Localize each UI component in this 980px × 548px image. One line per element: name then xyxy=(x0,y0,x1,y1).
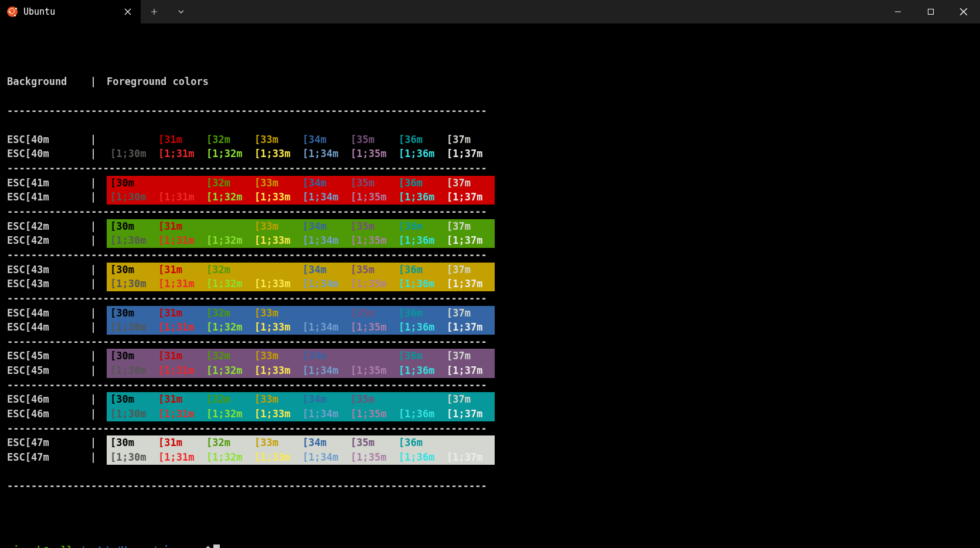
fg-sample-31: [31m xyxy=(158,219,206,234)
maximize-button[interactable] xyxy=(914,0,947,23)
bg-label: ESC[40m xyxy=(7,147,90,161)
fg-bright-sample-35: [1;35m xyxy=(351,450,399,465)
color-strip: [30m[31m[32m[33m[34m[36m[37m xyxy=(107,349,495,363)
color-row-43-bright: ESC[43m|[1;30m[1;31m[1;32m[1;33m[1;34m[1… xyxy=(7,277,973,291)
color-row-45-normal: ESC[45m|[30m[31m[32m[33m[34m[36m[37m xyxy=(7,349,973,363)
fg-bright-sample-36: [1;36m xyxy=(399,320,447,335)
divider-bottom: ----------------------------------------… xyxy=(7,479,973,493)
fg-sample-31: [31m xyxy=(158,263,206,277)
fg-bright-sample-31: [1;31m xyxy=(158,363,206,378)
fg-sample-35: [35m xyxy=(351,263,399,277)
fg-bright-sample-32: [1;32m xyxy=(206,363,254,378)
fg-bright-sample-35: [1;35m xyxy=(351,190,399,205)
prompt-user-host: cinnak@roll xyxy=(7,544,73,548)
fg-sample-33: [33m xyxy=(254,435,302,450)
bg-label: ESC[40m xyxy=(7,132,90,147)
color-row-43-normal: ESC[43m|[30m[31m[32m[34m[35m[36m[37m xyxy=(7,263,973,277)
fg-sample-37: [37m xyxy=(447,349,495,363)
color-strip: [31m[32m[33m[34m[35m[36m[37m xyxy=(107,132,495,147)
fg-bright-sample-31: [1;31m xyxy=(158,233,206,248)
color-row-46-normal: ESC[46m|[30m[31m[32m[33m[34m[35m[37m xyxy=(7,392,973,407)
fg-sample-37: [37m xyxy=(447,176,495,190)
fg-sample-35: [35m xyxy=(351,132,399,147)
shell-prompt[interactable]: cinnak@roll:/mnt/c/Users/cinnamon$ xyxy=(7,543,973,548)
bg-label: ESC[41m xyxy=(7,176,90,190)
bg-label: ESC[47m xyxy=(7,435,90,450)
fg-sample-31: [31m xyxy=(158,435,206,450)
color-row-41-normal: ESC[41m|[30m[32m[33m[34m[35m[36m[37m xyxy=(7,176,973,190)
fg-bright-sample-36: [1;36m xyxy=(399,147,447,161)
fg-bright-sample-36: [1;36m xyxy=(399,363,447,378)
fg-sample-30: [30m xyxy=(110,435,158,450)
minimize-button[interactable] xyxy=(882,0,914,23)
fg-bright-sample-30: [1;30m xyxy=(110,277,158,291)
fg-sample-36 xyxy=(399,392,447,407)
header-bg-label: Background xyxy=(7,74,90,89)
fg-sample-32 xyxy=(206,219,254,234)
color-row-46-bright: ESC[46m|[1;30m[1;31m[1;32m[1;33m[1;34m[1… xyxy=(7,407,973,421)
fg-sample-37: [37m xyxy=(447,132,495,147)
divider: ----------------------------------------… xyxy=(7,104,973,118)
fg-bright-sample-36: [1;36m xyxy=(399,450,447,465)
fg-sample-35: [35m xyxy=(351,392,399,407)
fg-bright-sample-34: [1;34m xyxy=(302,450,351,465)
fg-bright-sample-34: [1;34m xyxy=(302,147,351,161)
tab-dropdown-button[interactable] xyxy=(168,0,195,23)
fg-sample-36: [36m xyxy=(399,176,447,190)
fg-sample-34: [34m xyxy=(302,349,351,363)
divider: ----------------------------------------… xyxy=(7,205,973,219)
fg-sample-35: [35m xyxy=(351,435,399,450)
fg-sample-30: [30m xyxy=(110,306,158,321)
titlebar: Ubuntu xyxy=(0,0,980,23)
color-strip: [30m[31m[32m[33m[34m[35m[36m[37m xyxy=(107,435,495,450)
fg-bright-sample-32: [1;32m xyxy=(206,450,254,465)
fg-sample-33: [33m xyxy=(254,349,302,363)
fg-bright-sample-34: [1;34m xyxy=(302,407,351,421)
fg-bright-sample-37: [1;37m xyxy=(447,233,495,248)
color-strip: [1;30m[1;31m[1;32m[1;33m[1;34m[1;35m[1;3… xyxy=(107,233,495,248)
close-window-button[interactable] xyxy=(947,0,980,23)
fg-bright-sample-30: [1;30m xyxy=(110,147,158,161)
fg-bright-sample-35: [1;35m xyxy=(351,233,399,248)
color-strip: [1;30m[1;31m[1;32m[1;33m[1;34m[1;35m[1;3… xyxy=(107,147,495,161)
color-row-45-bright: ESC[45m|[1;30m[1;31m[1;32m[1;33m[1;34m[1… xyxy=(7,363,973,378)
bg-label: ESC[42m xyxy=(7,233,90,248)
color-row-40-normal: ESC[40m|[31m[32m[33m[34m[35m[36m[37m xyxy=(7,132,973,147)
bg-label: ESC[43m xyxy=(7,277,90,291)
color-row-47-bright: ESC[47m|[1;30m[1;31m[1;32m[1;33m[1;34m[1… xyxy=(7,450,973,465)
fg-bright-sample-34: [1;34m xyxy=(302,277,351,291)
tab-ubuntu[interactable]: Ubuntu xyxy=(0,0,141,23)
color-strip: [30m[31m[32m[33m[35m[36m[37m xyxy=(107,306,495,321)
tab-close-button[interactable] xyxy=(122,6,134,18)
fg-sample-33: [33m xyxy=(254,219,302,234)
divider: ----------------------------------------… xyxy=(7,378,973,393)
fg-sample-36: [36m xyxy=(399,349,447,363)
fg-sample-36: [36m xyxy=(399,132,447,147)
prompt-symbol: $ xyxy=(205,544,211,548)
fg-bright-sample-31: [1;31m xyxy=(158,277,206,291)
fg-sample-32: [32m xyxy=(206,306,254,321)
fg-bright-sample-34: [1;34m xyxy=(302,320,351,335)
fg-sample-37: [37m xyxy=(447,392,495,407)
fg-bright-sample-35: [1;35m xyxy=(351,363,399,378)
new-tab-button[interactable] xyxy=(141,0,168,23)
fg-sample-35: [35m xyxy=(351,219,399,234)
fg-sample-32: [32m xyxy=(206,132,254,147)
fg-bright-sample-35: [1;35m xyxy=(351,277,399,291)
fg-bright-sample-31: [1;31m xyxy=(158,190,206,205)
fg-bright-sample-32: [1;32m xyxy=(206,320,254,335)
divider: ----------------------------------------… xyxy=(7,248,973,263)
fg-bright-sample-37: [1;37m xyxy=(447,407,495,421)
color-strip: [1;30m[1;31m[1;32m[1;33m[1;34m[1;35m[1;3… xyxy=(107,320,495,335)
divider: ----------------------------------------… xyxy=(7,291,973,306)
color-row-42-bright: ESC[42m|[1;30m[1;31m[1;32m[1;33m[1;34m[1… xyxy=(7,233,973,248)
header-row: Background|Foreground colors xyxy=(7,74,973,89)
terminal-output[interactable]: Background|Foreground colors -----------… xyxy=(0,23,980,548)
fg-bright-sample-31: [1;31m xyxy=(158,147,206,161)
fg-bright-sample-33: [1;33m xyxy=(254,320,302,335)
bg-label: ESC[42m xyxy=(7,219,90,234)
fg-sample-35: [35m xyxy=(351,306,399,321)
bg-label: ESC[41m xyxy=(7,190,90,205)
fg-bright-sample-35: [1;35m xyxy=(351,407,399,421)
fg-bright-sample-34: [1;34m xyxy=(302,363,351,378)
